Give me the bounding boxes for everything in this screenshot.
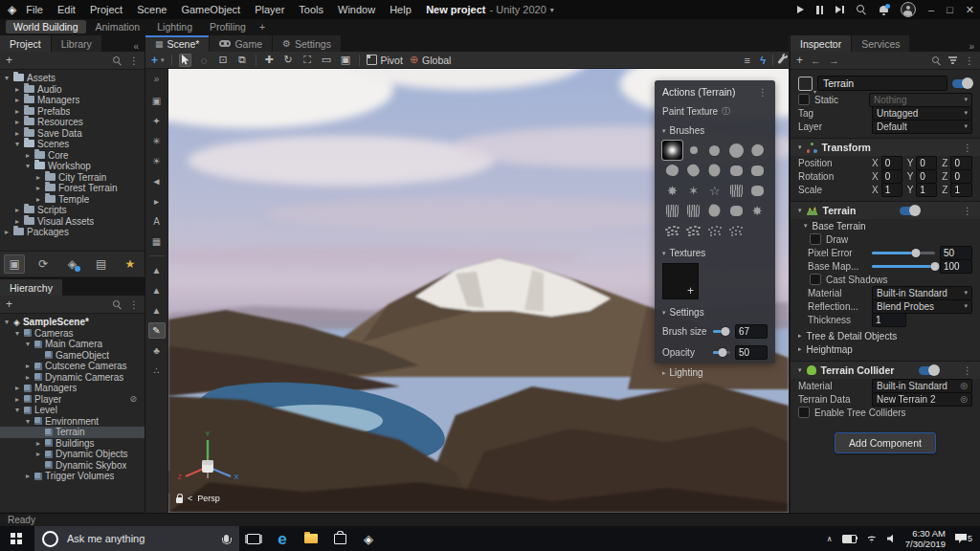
brush-7[interactable]: [704, 161, 724, 180]
fold-arrow-icon[interactable]: ▸: [34, 184, 42, 192]
video-icon[interactable]: ▸: [148, 193, 166, 209]
add-asset-button[interactable]: +: [6, 54, 12, 67]
brush-17[interactable]: [704, 201, 724, 220]
terrain-smooth-icon[interactable]: ▲: [148, 302, 166, 319]
play-button[interactable]: [797, 6, 804, 13]
text-icon[interactable]: A: [148, 213, 166, 230]
menu-edit[interactable]: Edit: [57, 4, 76, 15]
menu-project[interactable]: Project: [90, 4, 122, 15]
paint-brush-icon[interactable]: ✎: [148, 322, 166, 339]
prefab-icon[interactable]: ▣: [148, 93, 166, 109]
workspace-tab-lighting[interactable]: Lighting: [149, 20, 200, 33]
search-icon[interactable]: [113, 56, 122, 65]
brush-18[interactable]: [726, 201, 746, 220]
scale-z-field[interactable]: 1: [950, 183, 972, 197]
brush-10[interactable]: ✸: [662, 181, 682, 200]
account-avatar[interactable]: [901, 2, 916, 17]
brush-8[interactable]: [726, 161, 746, 180]
more-options-icon[interactable]: ⋮: [129, 299, 139, 310]
labels-icon[interactable]: ◈: [61, 254, 82, 274]
brush-14[interactable]: [747, 181, 768, 200]
unity-app-button[interactable]: ◈: [354, 526, 383, 551]
base-terrain-foldout[interactable]: ▾Base Terrain: [791, 219, 980, 232]
camera-icon[interactable]: ▦: [148, 233, 166, 250]
texture-slot[interactable]: +: [662, 263, 699, 299]
scale-y-field[interactable]: 1: [916, 183, 937, 197]
light-icon[interactable]: ☀: [148, 153, 166, 169]
fold-arrow-icon[interactable]: ▸: [13, 206, 21, 214]
start-button[interactable]: [0, 526, 33, 551]
reflection-dropdown[interactable]: Blend Probes▾: [872, 299, 972, 314]
more-options-icon[interactable]: ⋮: [965, 55, 974, 66]
tab-project[interactable]: Project: [0, 35, 51, 52]
minimize-button[interactable]: –: [928, 4, 934, 15]
fold-arrow-icon[interactable]: ▸: [13, 129, 21, 138]
tree-item-level[interactable]: ▾Level: [0, 405, 145, 416]
terrain-collider-header[interactable]: ▾ Terrain Collider ⋮: [791, 361, 980, 379]
search-icon[interactable]: [113, 300, 122, 309]
menu-player[interactable]: Player: [255, 4, 284, 15]
audio-icon[interactable]: ◄: [148, 173, 166, 189]
workspace-tab-profiling[interactable]: Profiling: [202, 20, 254, 33]
asset-doc-icon[interactable]: ▤: [91, 254, 112, 274]
fold-arrow-icon[interactable]: ▾: [13, 140, 21, 148]
grass-details-icon[interactable]: ∴: [148, 363, 166, 379]
pixel-error-slider[interactable]: [872, 252, 935, 254]
fold-arrow-icon[interactable]: ▸: [34, 195, 42, 204]
position-x-field[interactable]: 0: [881, 156, 902, 170]
back-arrow-icon[interactable]: ←: [811, 55, 821, 66]
tree-item-cutscene-cameras[interactable]: ▸Cutscene Cameras: [0, 361, 145, 372]
brush-15[interactable]: [662, 201, 682, 220]
more-options-icon[interactable]: ⋮: [963, 365, 972, 376]
tree-item-core[interactable]: ▸Core: [0, 150, 145, 162]
scale-x-field[interactable]: 1: [881, 183, 902, 197]
magic-wand-icon[interactable]: ✦: [148, 113, 166, 129]
menu-window[interactable]: Window: [338, 4, 375, 15]
terrain-raise-icon[interactable]: ▲: [148, 262, 166, 278]
fold-arrow-icon[interactable]: ▾: [3, 74, 11, 82]
tab-game[interactable]: Game: [210, 35, 272, 52]
fold-arrow-icon[interactable]: ▸: [24, 373, 32, 382]
more-options-icon[interactable]: ⋮: [963, 143, 972, 153]
terrain-data-field[interactable]: New Terrain 2◎: [872, 392, 972, 407]
tree-item-packages[interactable]: ▸Packages: [0, 227, 145, 238]
tree-item-environment[interactable]: ▾Environment: [0, 416, 145, 428]
filter-icon[interactable]: [948, 56, 957, 64]
transform-header[interactable]: ▾ Transform ⋮: [791, 138, 980, 156]
fold-arrow-icon[interactable]: ▾: [24, 340, 32, 348]
tree-item-terrain[interactable]: Terrain: [0, 427, 145, 438]
add-texture-button[interactable]: +: [687, 284, 694, 298]
brush-4[interactable]: [747, 141, 768, 160]
duplicate-tool[interactable]: ⧉: [236, 54, 249, 67]
packages-icon[interactable]: ▣: [4, 254, 25, 274]
scene-viewport[interactable]: Actions (Terrain) ⋮ Paint Texture ⓘ ▾Bru…: [168, 69, 789, 513]
battery-icon[interactable]: [842, 535, 857, 543]
tree-item-scripts[interactable]: ▸Scripts: [0, 205, 145, 216]
brush-3[interactable]: [726, 141, 746, 160]
tray-expand-icon[interactable]: ∧: [827, 535, 833, 543]
opacity-value[interactable]: 50: [735, 345, 768, 360]
terrain-component-header[interactable]: ▾ Terrain ⋮: [791, 201, 980, 219]
scale-tool[interactable]: ⛶: [301, 54, 314, 67]
brush-21[interactable]: [683, 221, 703, 240]
brush-5[interactable]: [662, 161, 682, 180]
global-toggle[interactable]: ⊕ Global: [410, 54, 452, 66]
settings-foldout[interactable]: ▾Settings: [662, 307, 768, 318]
cast-shadows-checkbox[interactable]: [810, 274, 821, 285]
heightmap-foldout[interactable]: ▸Heightmap: [791, 342, 980, 356]
tab-settings[interactable]: ⚙ Settings: [273, 35, 341, 52]
position-z-field[interactable]: 0: [950, 156, 972, 170]
pixel-error-value[interactable]: 50: [940, 246, 972, 260]
brush-size-slider[interactable]: [713, 330, 730, 333]
brush-16[interactable]: [683, 201, 703, 220]
gameobject-name-field[interactable]: Terrain: [817, 76, 947, 91]
tree-item-managers[interactable]: ▸Managers: [0, 383, 145, 394]
tree-item-cameras[interactable]: ▾Cameras: [0, 328, 145, 340]
brush-9[interactable]: [747, 161, 768, 180]
lasso-tool[interactable]: ◌: [198, 54, 211, 67]
fold-arrow-icon[interactable]: ▸: [13, 384, 21, 392]
brush-1[interactable]: [683, 141, 703, 160]
base-map-value[interactable]: 100: [940, 259, 972, 274]
workspace-tab-animation[interactable]: Animation: [88, 20, 148, 33]
lightning-icon[interactable]: ϟ: [760, 55, 766, 66]
